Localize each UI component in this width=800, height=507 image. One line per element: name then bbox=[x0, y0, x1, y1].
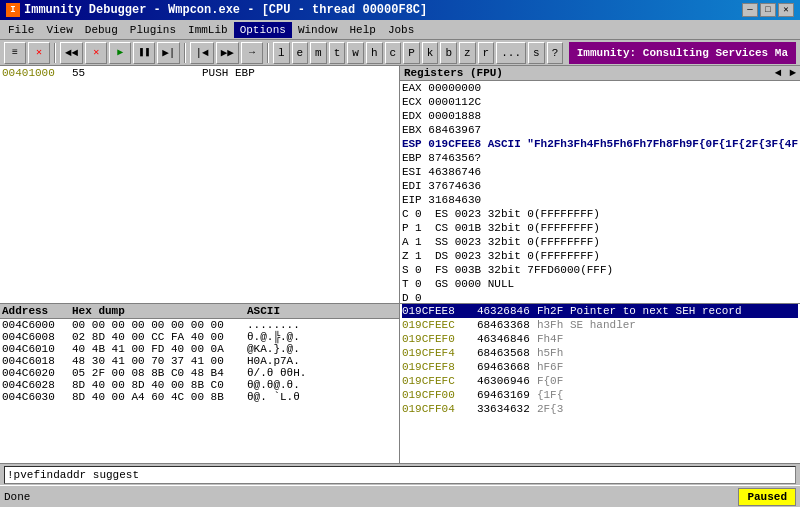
register-row-7: EDI 37674636 bbox=[402, 179, 798, 193]
hex-bytes-0: 00 00 00 00 00 00 00 00 bbox=[72, 319, 247, 331]
stack-comment-2: Fh4F bbox=[537, 332, 563, 346]
register-row-5: EBP 8746356? bbox=[402, 151, 798, 165]
stack-comment-7: 2F{3 bbox=[537, 402, 563, 416]
close-button[interactable]: ✕ bbox=[778, 3, 794, 17]
hex-bytes-6: 8D 40 00 A4 60 4C 00 8B bbox=[72, 391, 247, 403]
hex-ascii-6: θ@. `L.θ bbox=[247, 391, 300, 403]
stack-val-1: 68463368 bbox=[477, 318, 537, 332]
hex-row-4: 004C6020 05 2F 00 08 8B C0 48 B4 θ/.θ θθ… bbox=[0, 367, 399, 379]
toolbar-nav-e[interactable]: e bbox=[292, 42, 309, 64]
menu-item-plugins[interactable]: Plugins bbox=[124, 22, 182, 38]
arrow-right-icon[interactable]: ► bbox=[789, 67, 796, 79]
hex-bytes-3: 48 30 41 00 70 37 41 00 bbox=[72, 355, 247, 367]
stack-addr-7: 019CFF04 bbox=[402, 402, 477, 416]
toolbar-btn-goto[interactable]: → bbox=[241, 42, 263, 64]
menu-item-debug[interactable]: Debug bbox=[79, 22, 124, 38]
toolbar-btn-run[interactable]: ▶ bbox=[109, 42, 131, 64]
register-row-0: EAX 00000000 bbox=[402, 81, 798, 95]
toolbar-nav-help[interactable]: ? bbox=[547, 42, 564, 64]
register-row-2: EDX 00001888 bbox=[402, 109, 798, 123]
toolbar-btn-open[interactable]: ≡ bbox=[4, 42, 26, 64]
toolbar-btn-close[interactable]: ✕ bbox=[28, 42, 50, 64]
status-paused: Paused bbox=[738, 488, 796, 506]
toolbar-nav-t[interactable]: t bbox=[329, 42, 346, 64]
menu-item-help[interactable]: Help bbox=[343, 22, 381, 38]
arrow-left-icon[interactable]: ◄ bbox=[775, 67, 782, 79]
right-panel: Registers (FPU) ◄ ► EAX 00000000ECX 0000… bbox=[400, 66, 800, 463]
stack-val-0: 46326846 bbox=[477, 304, 537, 318]
toolbar-nav-dots[interactable]: ... bbox=[496, 42, 526, 64]
register-row-13: A 1 SS 0023 32bit 0(FFFFFFFF) bbox=[402, 235, 798, 249]
stack-comment-5: F{0F bbox=[537, 374, 563, 388]
toolbar-btn-stepover[interactable]: |◄ bbox=[190, 42, 213, 64]
status-left: Done bbox=[4, 491, 30, 503]
menu-item-jobs[interactable]: Jobs bbox=[382, 22, 420, 38]
register-row-12: P 1 CS 001B 32bit 0(FFFFFFFF) bbox=[402, 221, 798, 235]
registers-header-arrows: ◄ ► bbox=[775, 67, 796, 79]
toolbar-nav-r[interactable]: r bbox=[478, 42, 495, 64]
registers-header: Registers (FPU) ◄ ► bbox=[400, 66, 800, 81]
toolbar-nav-k[interactable]: k bbox=[422, 42, 439, 64]
window-title: Immunity Debugger - Wmpcon.exe - [CPU - … bbox=[24, 3, 427, 17]
hex-bytes-1: 02 8D 40 00 CC FA 40 00 bbox=[72, 331, 247, 343]
toolbar-nav-b[interactable]: b bbox=[440, 42, 457, 64]
toolbar-btn-stepin[interactable]: ▶| bbox=[157, 42, 180, 64]
menu-item-file[interactable]: File bbox=[2, 22, 40, 38]
menu-item-view[interactable]: View bbox=[40, 22, 78, 38]
hex-bytes-2: 40 4B 41 00 FD 40 00 0A bbox=[72, 343, 247, 355]
toolbar-nav-m[interactable]: m bbox=[310, 42, 327, 64]
disasm-content[interactable]: 00401000 55 PUSH EBP bbox=[0, 66, 399, 303]
registers-content[interactable]: EAX 00000000ECX 0000112CEDX 00001888EBX … bbox=[400, 81, 800, 304]
immunity-banner: Immunity: Consulting Services Ma bbox=[569, 42, 796, 64]
stack-val-7: 33634632 bbox=[477, 402, 537, 416]
stack-val-2: 46346846 bbox=[477, 332, 537, 346]
registers-area: Registers (FPU) ◄ ► EAX 00000000ECX 0000… bbox=[400, 66, 800, 304]
stack-content[interactable]: 019CFEE8 46326846 Fh2F Pointer to next S… bbox=[400, 304, 800, 463]
command-bar bbox=[0, 463, 800, 485]
stack-comment-6: {1F{ bbox=[537, 388, 563, 402]
stack-val-3: 68463568 bbox=[477, 346, 537, 360]
stack-val-6: 69463169 bbox=[477, 388, 537, 402]
menu-item-immlib[interactable]: ImmLib bbox=[182, 22, 234, 38]
toolbar-nav-w[interactable]: w bbox=[347, 42, 364, 64]
hex-ascii-3: H0A.p7A. bbox=[247, 355, 300, 367]
command-input[interactable] bbox=[4, 466, 796, 484]
stack-row-0: 019CFEE8 46326846 Fh2F Pointer to next S… bbox=[402, 304, 798, 318]
hex-ascii-5: θ@.θ@.θ. bbox=[247, 379, 300, 391]
register-row-17: D 0 bbox=[402, 291, 798, 304]
menu-item-window[interactable]: Window bbox=[292, 22, 344, 38]
maximize-button[interactable]: □ bbox=[760, 3, 776, 17]
hex-bytes-5: 8D 40 00 8D 40 00 8B C0 bbox=[72, 379, 247, 391]
hex-addr-2: 004C6010 bbox=[2, 343, 72, 355]
hex-ascii-2: @KA.}.@. bbox=[247, 343, 300, 355]
toolbar-nav-z[interactable]: z bbox=[459, 42, 476, 64]
hex-row-2: 004C6010 40 4B 41 00 FD 40 00 0A @KA.}.@… bbox=[0, 343, 399, 355]
stack-comment-4: hF6F bbox=[537, 360, 563, 374]
toolbar-btn-pause[interactable]: ❚❚ bbox=[133, 42, 155, 64]
toolbar-btn-stepback[interactable]: ▶▶ bbox=[216, 42, 239, 64]
menu-item-options[interactable]: Options bbox=[234, 22, 292, 38]
toolbar-nav-s[interactable]: s bbox=[528, 42, 545, 64]
stack-row-6: 019CFF00 69463169 {1F{ bbox=[402, 388, 798, 402]
hex-ascii-0: ........ bbox=[247, 319, 300, 331]
hexdump-col-ascii: ASCII bbox=[247, 305, 280, 317]
toolbar-btn-stop[interactable]: ✕ bbox=[85, 42, 107, 64]
stack-addr-5: 019CFEFC bbox=[402, 374, 477, 388]
minimize-button[interactable]: ─ bbox=[742, 3, 758, 17]
register-row-6: ESI 46386746 bbox=[402, 165, 798, 179]
toolbar-nav-l[interactable]: l bbox=[273, 42, 290, 64]
stack-comment-1: h3Fh SE handler bbox=[537, 318, 636, 332]
stack-row-5: 019CFEFC 46306946 F{0F bbox=[402, 374, 798, 388]
disasm-row: 00401000 55 PUSH EBP bbox=[2, 66, 397, 80]
toolbar-nav-h[interactable]: h bbox=[366, 42, 383, 64]
toolbar-nav-P[interactable]: P bbox=[403, 42, 420, 64]
toolbar-btn-rewind[interactable]: ◄◄ bbox=[60, 42, 83, 64]
disasm-area: 00401000 55 PUSH EBP bbox=[0, 66, 399, 304]
toolbar-sep-3 bbox=[267, 43, 269, 63]
register-row-3: EBX 68463967 bbox=[402, 123, 798, 137]
hexdump-content[interactable]: 004C6000 00 00 00 00 00 00 00 00 .......… bbox=[0, 319, 399, 463]
register-row-11: C 0 ES 0023 32bit 0(FFFFFFFF) bbox=[402, 207, 798, 221]
stack-addr-6: 019CFF00 bbox=[402, 388, 477, 402]
toolbar-nav-c[interactable]: c bbox=[385, 42, 402, 64]
stack-val-5: 46306946 bbox=[477, 374, 537, 388]
